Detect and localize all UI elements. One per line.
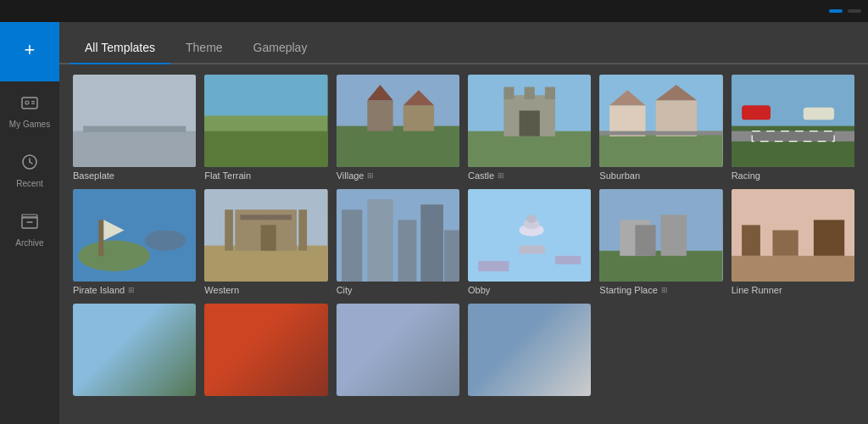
template-card-racing[interactable]: Racing [732, 75, 854, 181]
tab-gameplay[interactable]: Gameplay [238, 32, 323, 63]
template-card-castle[interactable]: Castle⊞ [468, 75, 591, 181]
team-icon-castle: ⊞ [498, 171, 504, 180]
template-card-village[interactable]: Village⊞ [337, 75, 459, 181]
template-card-baseplate[interactable]: Baseplate [73, 75, 196, 181]
svg-rect-59 [444, 230, 459, 282]
template-label-racing: Racing [732, 170, 854, 181]
svg-rect-51 [299, 209, 308, 250]
template-thumb-r3-4 [468, 304, 591, 396]
plus-icon: + [25, 41, 36, 59]
template-label-flat-terrain: Flat Terrain [204, 170, 327, 181]
sidebar-item-recent[interactable]: Recent [0, 141, 59, 200]
template-card-pirate-island[interactable]: Pirate Island⊞ [73, 189, 196, 295]
svg-point-46 [145, 230, 186, 250]
svg-rect-52 [261, 225, 276, 250]
main-layout: + My Games Recent [0, 22, 868, 424]
svg-rect-53 [241, 215, 292, 220]
template-card-line-runner[interactable]: Line Runner [732, 189, 854, 295]
template-label-obby: Obby [468, 285, 591, 295]
svg-rect-14 [204, 131, 327, 167]
my-games-label: My Games [9, 120, 50, 129]
svg-point-1 [25, 101, 29, 104]
username-display [848, 9, 861, 13]
svg-rect-27 [545, 87, 555, 100]
template-card-obby[interactable]: Obby [468, 189, 591, 295]
my-games-icon [20, 93, 39, 114]
template-thumb-obby [468, 189, 591, 282]
template-label-line-runner: Line Runner [732, 285, 854, 295]
whats-new-button[interactable] [829, 9, 843, 13]
template-name-obby: Obby [468, 285, 490, 295]
svg-rect-56 [367, 199, 392, 282]
new-button[interactable]: + [0, 22, 59, 81]
svg-rect-71 [636, 225, 656, 255]
template-card-r3-3[interactable] [337, 304, 459, 399]
template-card-flat-terrain[interactable]: Flat Terrain [204, 75, 327, 181]
svg-rect-18 [367, 100, 392, 131]
archive-label: Archive [15, 238, 43, 248]
recent-icon [20, 153, 39, 174]
template-thumb-racing [732, 75, 854, 167]
svg-rect-63 [555, 256, 581, 265]
template-thumb-flat-terrain [204, 75, 327, 167]
svg-rect-58 [420, 204, 443, 282]
template-name-village: Village [337, 170, 364, 181]
svg-rect-26 [525, 87, 535, 100]
svg-rect-30 [599, 131, 722, 167]
template-card-r3-1[interactable] [73, 304, 196, 399]
svg-rect-20 [403, 105, 433, 131]
sidebar-item-archive[interactable]: Archive [0, 200, 59, 259]
template-thumb-line-runner [732, 189, 854, 282]
template-label-pirate-island: Pirate Island⊞ [73, 285, 196, 295]
svg-rect-73 [732, 256, 854, 282]
svg-point-66 [526, 215, 537, 223]
templates-grid-container[interactable]: BaseplateFlat TerrainVillage⊞Castle⊞Subu… [59, 64, 868, 424]
template-card-western[interactable]: Western [204, 189, 327, 295]
template-thumb-suburban [599, 75, 722, 167]
svg-rect-0 [22, 98, 37, 109]
template-name-suburban: Suburban [599, 170, 640, 181]
svg-rect-74 [742, 225, 760, 255]
svg-rect-61 [478, 261, 509, 271]
template-label-western: Western [204, 285, 327, 295]
template-thumb-r3-3 [337, 304, 459, 396]
svg-rect-17 [337, 126, 459, 167]
template-card-starting-place[interactable]: Starting Place⊞ [599, 189, 722, 295]
svg-rect-62 [520, 246, 545, 254]
template-card-r3-4[interactable] [468, 304, 591, 399]
svg-rect-40 [742, 105, 771, 120]
svg-point-43 [78, 241, 150, 271]
tabs-header: All Templates Theme Gameplay [59, 22, 868, 64]
tab-all-templates[interactable]: All Templates [70, 32, 170, 63]
template-card-suburban[interactable]: Suburban [599, 75, 722, 181]
templates-grid: BaseplateFlat TerrainVillage⊞Castle⊞Subu… [73, 75, 854, 399]
svg-rect-41 [803, 108, 833, 120]
template-name-city: City [337, 285, 353, 295]
template-label-village: Village⊞ [337, 170, 459, 181]
svg-rect-12 [83, 126, 186, 132]
template-name-starting-place: Starting Place [599, 285, 657, 295]
svg-rect-2 [31, 101, 35, 102]
template-thumb-village [337, 75, 459, 167]
template-thumb-pirate-island [73, 189, 196, 282]
template-card-r3-2[interactable] [204, 304, 327, 399]
template-card-city[interactable]: City [337, 189, 459, 295]
template-name-racing: Racing [732, 170, 760, 181]
template-name-baseplate: Baseplate [73, 170, 114, 181]
template-name-line-runner: Line Runner [732, 285, 782, 295]
team-icon-starting-place: ⊞ [661, 286, 668, 294]
svg-rect-76 [814, 220, 844, 255]
template-name-western: Western [204, 285, 239, 295]
recent-label: Recent [16, 179, 43, 188]
svg-rect-3 [31, 103, 35, 104]
template-label-castle: Castle⊞ [468, 170, 591, 181]
template-thumb-r3-1 [73, 304, 196, 396]
svg-rect-50 [225, 209, 234, 250]
svg-rect-70 [661, 215, 687, 255]
tab-theme[interactable]: Theme [170, 32, 238, 63]
top-bar [0, 0, 868, 22]
svg-rect-11 [73, 131, 196, 167]
sidebar-item-my-games[interactable]: My Games [0, 81, 59, 141]
template-label-starting-place: Starting Place⊞ [599, 285, 722, 295]
archive-icon [20, 212, 39, 233]
